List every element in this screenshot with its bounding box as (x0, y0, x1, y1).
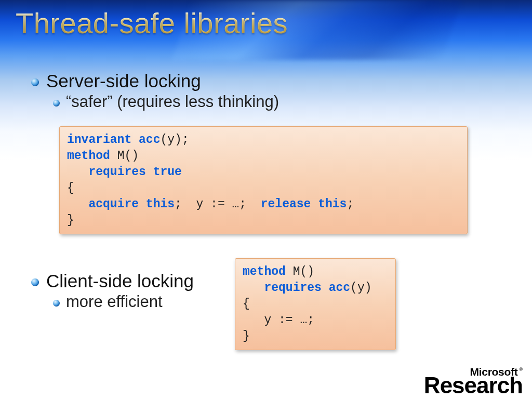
subbullet-more-efficient: more efficient (53, 292, 194, 311)
slide-title: Thread-safe libraries (16, 6, 288, 40)
code-text: { (67, 181, 74, 195)
microsoft-research-logo: Microsoft ® Research (424, 367, 523, 395)
logo-registered-icon: ® (519, 368, 523, 371)
code-text: ; y := …; (175, 197, 261, 211)
kw-acc: acc (329, 281, 350, 295)
bullet-server-side-locking: Server-side locking (31, 71, 506, 91)
subbullet-safer: “safer” (requires less thinking) (53, 92, 506, 111)
code-text: (y); (160, 133, 189, 147)
kw-invariant: invariant (67, 133, 131, 147)
text-client-side-locking: Client-side locking (46, 271, 194, 291)
kw-acc: acc (139, 133, 160, 147)
kw-this: this (146, 197, 175, 211)
kw-this: this (318, 197, 347, 211)
kw-requires: requires (88, 165, 145, 179)
sphere-bullet-icon (31, 78, 39, 86)
bullet-client-side-locking: Client-side locking (31, 271, 194, 291)
sphere-bullet-icon (31, 278, 39, 286)
kw-requires: requires (264, 281, 321, 295)
kw-acquire: acquire (88, 197, 139, 211)
logo-unit: Research (424, 376, 523, 395)
code-text: (y) (350, 281, 371, 295)
sphere-bullet-icon (53, 300, 60, 307)
code-text: } (67, 214, 74, 227)
text-safer: “safer” (requires less thinking) (66, 92, 279, 111)
sphere-bullet-icon (53, 100, 60, 107)
slide-body: Server-side locking “safer” (requires le… (31, 68, 506, 113)
code-text: } (243, 329, 250, 343)
code-text: M() (286, 265, 314, 278)
code-text: y := …; (243, 313, 314, 327)
section-client-side: Client-side locking more efficient (31, 268, 194, 313)
code-block-server-side: invariant acc(y); method M() requires tr… (59, 126, 468, 234)
kw-method: method (67, 149, 110, 163)
code-text: ; (347, 197, 354, 211)
code-block-client-side: method M() requires acc(y) { y := …; } (235, 258, 396, 350)
kw-true: true (153, 165, 182, 179)
kw-method: method (243, 265, 286, 278)
code-text: { (243, 297, 250, 311)
text-more-efficient: more efficient (66, 292, 163, 311)
text-server-side-locking: Server-side locking (46, 71, 201, 91)
code-text: M() (110, 149, 139, 163)
kw-release: release (261, 197, 311, 211)
slide: Thread-safe libraries Server-side lockin… (0, 0, 532, 399)
